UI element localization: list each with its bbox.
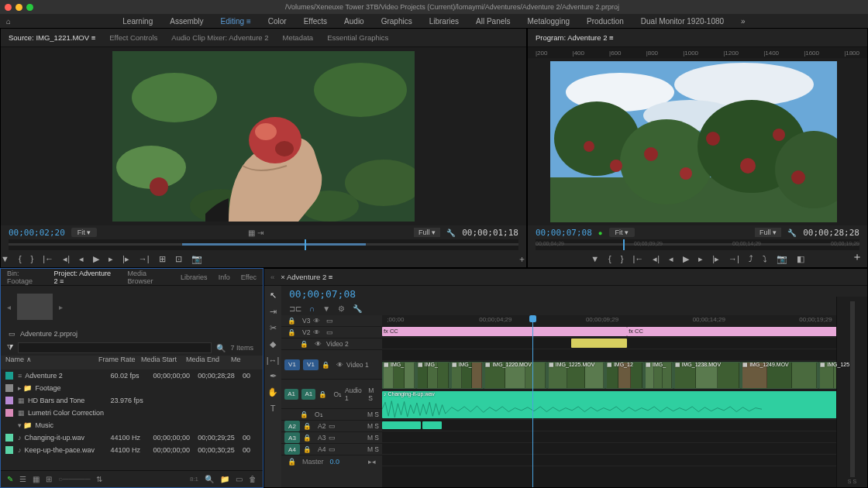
audio-clip[interactable] <box>382 421 421 429</box>
video-clip[interactable]: ▦ IMG_ <box>450 362 484 389</box>
prev-fwd-icon[interactable]: ▸ <box>59 303 63 311</box>
audio-clip[interactable]: ♪ Changing-it-up.wav <box>382 391 863 418</box>
program-scrubber[interactable]: 00;00;04;2900;00;09;29 00;00;14;2900;00;… <box>536 239 859 250</box>
new-bin-icon[interactable]: 📁 <box>220 475 229 483</box>
cc-clip[interactable]: fx CC <box>627 327 865 336</box>
list-item[interactable]: ▦HD Bars and Tone23.976 fps <box>1 394 263 407</box>
source-video-area[interactable] <box>1 47 526 225</box>
insert-icon[interactable]: ⊞ <box>159 254 166 264</box>
go-out-icon[interactable]: →| <box>139 254 150 263</box>
razor-tool-icon[interactable]: ◆ <box>270 339 276 349</box>
extract-icon[interactable]: ⤵ <box>763 254 767 263</box>
settings-icon[interactable]: ⚙ <box>338 304 345 313</box>
lift-icon[interactable]: ⤴ <box>749 254 753 263</box>
video-clip[interactable]: ▦ IMG_1225.MOV <box>547 362 605 389</box>
video-clip[interactable]: ▦ IMG_1249.MOV <box>741 362 818 389</box>
timeline-tracks[interactable]: ;00;00 00;00;04;29 00;00;09;29 00;00;14;… <box>382 315 867 487</box>
linked-sel-icon[interactable]: ∩ <box>309 304 315 313</box>
type-tool-icon[interactable]: T <box>270 404 276 413</box>
ws-production[interactable]: Production <box>587 17 624 26</box>
tab-audio-clip-mixer[interactable]: Audio Clip Mixer: Adventure 2 <box>171 33 268 42</box>
source-zoom-fit[interactable]: Fit ▾ <box>71 228 98 237</box>
source-scrubber[interactable] <box>9 239 518 250</box>
tab-timeline[interactable]: × Adventure 2 ≡ <box>281 273 332 281</box>
tab-bin[interactable]: Bin: Footage <box>7 270 43 285</box>
go-in-icon[interactable]: |← <box>43 254 53 263</box>
list-item[interactable]: ♪Changing-it-up.wav44100 Hz00;00;00;0000… <box>1 431 263 444</box>
project-list-header[interactable]: Name ∧ Frame Rate Media Start Media End … <box>1 356 263 369</box>
audio-clip[interactable] <box>422 421 442 429</box>
search-icon[interactable]: 🔍 <box>216 344 226 352</box>
mark-in-icon[interactable]: { <box>19 254 22 263</box>
v1-source-patch[interactable]: V1 <box>284 359 300 370</box>
list-item[interactable]: ▦Lumetri Color Correction <box>1 407 263 419</box>
source-quality[interactable]: Full ▾ <box>414 228 440 237</box>
v1-target[interactable]: V1 <box>303 359 319 370</box>
new-item-icon[interactable]: ▭ <box>236 475 243 483</box>
ws-assembly[interactable]: Assembly <box>170 17 203 26</box>
project-thumbnail[interactable] <box>17 294 53 320</box>
list-item[interactable]: ≡Adventure 260.02 fps00;00;00;0000;00;28… <box>1 369 263 382</box>
program-video-area[interactable] <box>528 58 867 225</box>
source-in-timecode[interactable]: 00;00;02;20 <box>9 228 65 238</box>
video-clip[interactable]: ▦ IMG_ <box>644 362 673 389</box>
button-editor-icon[interactable]: ＋ <box>518 253 526 265</box>
icon-view-icon[interactable]: ▦ <box>33 475 40 483</box>
ws-effects[interactable]: Effects <box>304 17 327 26</box>
step-fwd-icon[interactable]: |▸ <box>122 254 129 264</box>
video-clip[interactable]: ▦ IMG_ <box>416 362 450 389</box>
list-item[interactable]: ♪Keep-up-the-pace.wav44100 Hz00;00;00;00… <box>1 444 263 456</box>
a1-source-patch[interactable]: A1 <box>284 389 298 400</box>
go-in-icon[interactable]: |← <box>632 254 643 263</box>
add-marker-icon[interactable]: ▼ <box>1 254 9 263</box>
zoom-slider[interactable]: ○───── <box>58 475 90 483</box>
tab-source[interactable]: Source: IMG_1221.MOV ≡ <box>9 33 95 42</box>
frame-fwd-icon[interactable]: ▸ <box>698 254 703 264</box>
tab-program[interactable]: Program: Adventure 2 ≡ <box>536 33 614 42</box>
marker-icon[interactable]: ▼ <box>322 304 330 313</box>
sort-icon[interactable]: ⇅ <box>96 475 102 483</box>
traffic-lights[interactable] <box>5 4 33 11</box>
tab-media-browser[interactable]: Media Browser <box>127 270 170 285</box>
comparison-view-icon[interactable]: ◧ <box>797 254 804 264</box>
search-input[interactable] <box>18 342 212 353</box>
pen-tool-icon[interactable]: ✒ <box>270 371 277 381</box>
slip-tool-icon[interactable]: |↔| <box>267 356 280 365</box>
video-clip[interactable]: ▦ IMG_12 <box>605 362 644 389</box>
tab-project[interactable]: Project: Adventure 2 ≡ <box>54 270 117 285</box>
program-in-timecode[interactable]: 00;00;07;08 <box>536 228 592 238</box>
frame-back-icon[interactable]: ◂ <box>79 254 84 264</box>
wrench-icon[interactable]: 🔧 <box>446 229 456 237</box>
find-icon[interactable]: 🔍 <box>205 475 214 483</box>
filter-icon[interactable]: ⧩ <box>7 343 13 352</box>
video-clip[interactable]: ▦ IMG_ <box>382 362 416 389</box>
mark-out-icon[interactable]: } <box>31 254 34 263</box>
snap-icon[interactable]: ⊐⊏ <box>289 304 301 313</box>
button-editor-icon[interactable]: ＋ <box>852 250 863 264</box>
selection-tool-icon[interactable]: ↖ <box>270 290 277 301</box>
go-out-icon[interactable]: →| <box>728 254 739 263</box>
hand-tool-icon[interactable]: ✋ <box>267 387 278 397</box>
program-quality[interactable]: Full ▾ <box>755 228 781 237</box>
tab-effect-controls[interactable]: Effect Controls <box>109 33 157 42</box>
step-back-icon[interactable]: ◂| <box>653 254 660 264</box>
frame-fwd-icon[interactable]: ▸ <box>108 254 113 264</box>
frame-back-icon[interactable]: ◂ <box>669 254 673 264</box>
wrench-icon[interactable]: 🔧 <box>787 229 797 237</box>
playhead[interactable] <box>532 315 533 487</box>
cc-clip[interactable]: fx CC <box>382 327 627 336</box>
zoom-window-button[interactable] <box>26 4 33 11</box>
timeline-ruler[interactable]: ;00;00 00;00;04;29 00;00;09;29 00;00;14;… <box>382 315 867 326</box>
ws-editing[interactable]: Editing ≡ <box>221 17 251 26</box>
list-item[interactable]: ▸ 📁Footage <box>1 382 263 394</box>
video-clip[interactable]: ▦ IMG_1238.MOV <box>673 362 742 389</box>
prev-back-icon[interactable]: ◂ <box>7 303 11 311</box>
mark-out-icon[interactable]: } <box>621 254 624 263</box>
ws-color[interactable]: Color <box>268 17 287 26</box>
tab-metadata[interactable]: Metadata <box>283 33 314 42</box>
ws-dualmonitor[interactable]: Dual Monitor 1920-1080 <box>641 17 724 26</box>
tab-essential-graphics[interactable]: Essential Graphics <box>327 33 388 42</box>
track-select-tool-icon[interactable]: ⇥ <box>270 307 277 317</box>
play-icon[interactable]: ▶ <box>93 254 99 264</box>
close-window-button[interactable] <box>5 4 12 11</box>
